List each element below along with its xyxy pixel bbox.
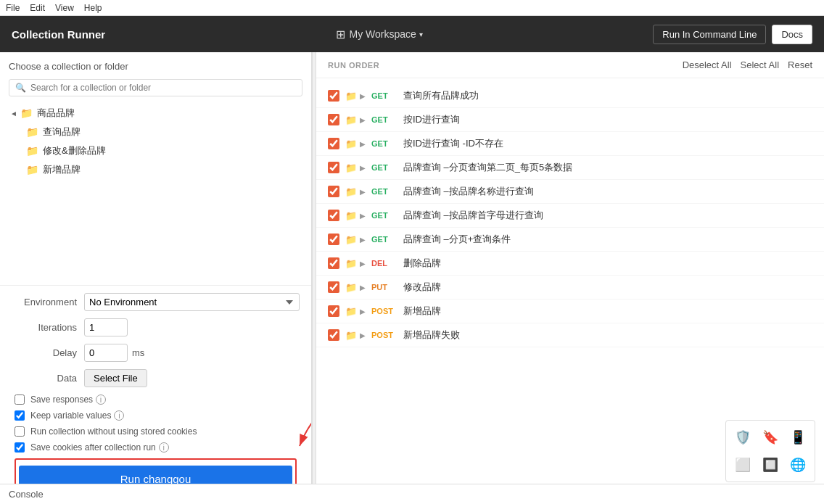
- request-checkbox-6[interactable]: [328, 234, 339, 245]
- app-title: Collection Runner: [12, 28, 105, 41]
- keep-variable-info-icon[interactable]: i: [114, 410, 124, 421]
- save-cookies-checkbox[interactable]: [15, 442, 25, 453]
- delay-input[interactable]: [84, 344, 128, 362]
- workspace-chevron-icon: ▾: [419, 30, 423, 38]
- request-folder-icon-9: 📁: [345, 306, 357, 317]
- app-header: Collection Runner ⊞ My Workspace ▾ Run I…: [0, 16, 824, 52]
- search-input[interactable]: [30, 83, 296, 93]
- iterations-input[interactable]: [84, 318, 128, 336]
- request-item: 📁 ▶ GET 按ID进行查询 -ID不存在: [316, 132, 824, 156]
- environment-select[interactable]: No Environment: [84, 293, 300, 311]
- request-checkbox-2[interactable]: [328, 138, 339, 149]
- request-item: 📁 ▶ GET 品牌查询 –分页查询第二页_每页5条数据: [316, 156, 824, 180]
- request-name-4: 品牌查询 –按品牌名称进行查询: [403, 185, 534, 198]
- request-item: 📁 ▶ POST 新增品牌失败: [316, 323, 824, 347]
- request-chevron-icon-10: ▶: [360, 331, 366, 339]
- keep-variable-label: Keep variable values: [30, 410, 111, 421]
- overlay-icon-shield[interactable]: 🛡️: [732, 426, 754, 448]
- request-method-4: GET: [371, 187, 397, 196]
- request-checkbox-10[interactable]: [328, 329, 339, 341]
- request-chevron-icon-0: ▶: [360, 92, 366, 100]
- save-responses-checkbox[interactable]: [15, 394, 25, 405]
- request-name-1: 按ID进行查询: [403, 113, 460, 126]
- run-order-label: RUN ORDER: [328, 61, 683, 70]
- request-chevron-icon-7: ▶: [360, 260, 366, 268]
- request-method-5: GET: [371, 211, 397, 220]
- overlay-icon-square[interactable]: ⬜: [732, 454, 754, 476]
- request-chevron-icon-1: ▶: [360, 116, 366, 124]
- run-collection-checkbox[interactable]: [15, 426, 25, 437]
- request-folder-icon-3: 📁: [345, 162, 357, 173]
- left-panel: Choose a collection or folder 🔍 ◄ 📁 商品品牌…: [0, 52, 312, 504]
- request-checkbox-5[interactable]: [328, 210, 339, 221]
- menu-view[interactable]: View: [55, 3, 74, 13]
- left-panel-content: Choose a collection or folder 🔍 ◄ 📁 商品品牌…: [0, 52, 311, 285]
- search-icon: 🔍: [15, 83, 26, 93]
- request-checkbox-1[interactable]: [328, 114, 339, 125]
- data-label: Data: [12, 373, 77, 384]
- menu-help[interactable]: Help: [84, 3, 102, 13]
- request-item: 📁 ▶ PUT 修改品牌: [316, 276, 824, 299]
- deselect-all-link[interactable]: Deselect All: [683, 59, 732, 70]
- save-responses-row: Save responses i: [12, 394, 300, 405]
- request-folder-icon-2: 📁: [345, 139, 357, 149]
- run-in-command-line-button[interactable]: Run In Command Line: [653, 25, 766, 44]
- bottom-overlay: 🛡️ 🔖 📱 ⬜ 🔲 🌐: [725, 420, 815, 482]
- request-method-1: GET: [371, 115, 397, 124]
- select-file-button[interactable]: Select File: [84, 369, 147, 387]
- environment-row: Environment No Environment: [12, 293, 300, 311]
- request-item: 📁 ▶ GET 查询所有品牌成功: [316, 84, 824, 108]
- request-checkbox-0[interactable]: [328, 90, 339, 102]
- overlay-icon-bookmark[interactable]: 🔖: [759, 426, 781, 448]
- overlay-icon-phone[interactable]: 📱: [787, 426, 809, 448]
- request-name-2: 按ID进行查询 -ID不存在: [403, 137, 503, 150]
- tree-sub-item-0[interactable]: 📁 查询品牌: [9, 123, 302, 141]
- menu-file[interactable]: File: [6, 3, 20, 13]
- console-bar[interactable]: Console: [0, 484, 824, 504]
- request-checkbox-4[interactable]: [328, 186, 339, 197]
- request-chevron-icon-2: ▶: [360, 140, 366, 148]
- request-item: 📁 ▶ GET 品牌查询 –按品牌名称进行查询: [316, 180, 824, 204]
- docs-button[interactable]: Docs: [772, 25, 812, 44]
- delay-label: Delay: [12, 347, 77, 358]
- request-checkbox-3[interactable]: [328, 162, 339, 173]
- request-checkbox-8[interactable]: [328, 281, 339, 293]
- request-name-10: 新增品牌失败: [403, 329, 460, 342]
- tree-sub-label-2: 新增品牌: [43, 163, 81, 176]
- run-order-header: RUN ORDER Deselect All Select All Reset: [316, 52, 824, 78]
- request-folder-icon-7: 📁: [345, 258, 357, 269]
- save-cookies-row: Save cookies after collection run i: [12, 442, 300, 453]
- keep-variable-checkbox[interactable]: [15, 410, 25, 421]
- request-folder-icon-5: 📁: [345, 210, 357, 221]
- workspace-icon: ⊞: [336, 28, 345, 41]
- save-responses-info-icon[interactable]: i: [96, 394, 106, 405]
- menu-edit[interactable]: Edit: [30, 3, 45, 13]
- request-chevron-icon-5: ▶: [360, 212, 366, 220]
- overlay-icon-grid[interactable]: 🔲: [759, 454, 781, 476]
- tree-sub-item-1[interactable]: 📁 修改&删除品牌: [9, 141, 302, 160]
- request-checkbox-9[interactable]: [328, 305, 339, 317]
- settings-area: Environment No Environment Iterations De…: [0, 285, 311, 504]
- workspace-selector[interactable]: ⊞ My Workspace ▾: [105, 28, 653, 41]
- collection-tree: ◄ 📁 商品品牌 📁 查询品牌 📁 修改&删除品牌 📁 新增品牌: [9, 104, 302, 179]
- reset-link[interactable]: Reset: [788, 59, 812, 70]
- tree-item-root[interactable]: ◄ 📁 商品品牌: [9, 104, 302, 123]
- save-cookies-label: Save cookies after collection run: [30, 442, 156, 453]
- run-collection-label: Run collection without using stored cook…: [30, 426, 197, 437]
- request-item: 📁 ▶ GET 品牌查询 –分页+查询条件: [316, 228, 824, 252]
- request-chevron-icon-9: ▶: [360, 307, 366, 315]
- request-checkbox-7[interactable]: [328, 257, 339, 269]
- tree-sub-item-2[interactable]: 📁 新增品牌: [9, 160, 302, 179]
- request-chevron-icon-8: ▶: [360, 284, 366, 292]
- menu-bar: File Edit View Help: [0, 0, 824, 16]
- save-cookies-info-icon[interactable]: i: [159, 442, 169, 453]
- request-chevron-icon-3: ▶: [360, 164, 366, 172]
- overlay-icon-globe[interactable]: 🌐: [787, 454, 809, 476]
- request-folder-icon-4: 📁: [345, 186, 357, 197]
- request-item: 📁 ▶ GET 按ID进行查询: [316, 108, 824, 132]
- select-all-link[interactable]: Select All: [741, 59, 779, 70]
- tree-sub-label-1: 修改&删除品牌: [43, 144, 106, 157]
- run-collection-row: Run collection without using stored cook…: [12, 426, 300, 437]
- console-label: Console: [9, 489, 44, 500]
- request-method-0: GET: [371, 91, 397, 100]
